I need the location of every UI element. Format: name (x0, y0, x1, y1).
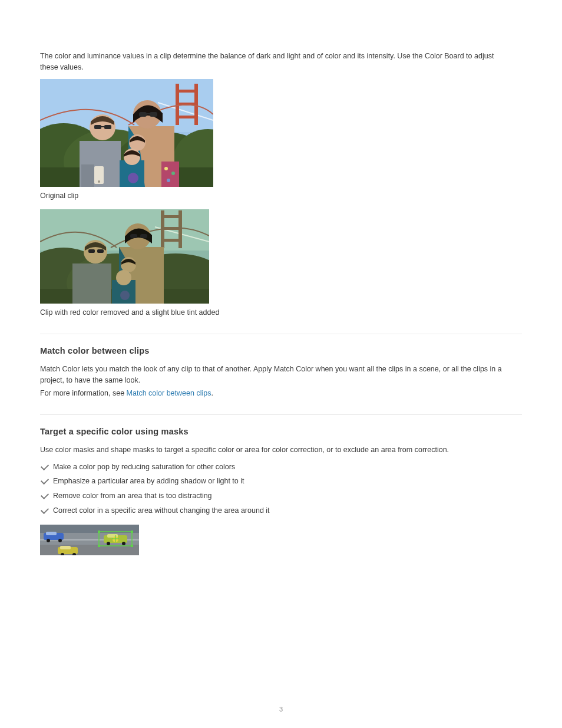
page-number: 3 (0, 704, 562, 714)
svg-point-31 (164, 167, 168, 170)
target-intro: Use color masks and shape masks to targe… (40, 444, 517, 456)
svg-rect-63 (46, 532, 57, 535)
intro-paragraph: The color and luminance values in a clip… (40, 51, 500, 73)
svg-rect-79 (131, 545, 133, 547)
svg-rect-30 (161, 162, 179, 187)
svg-rect-7 (176, 116, 198, 118)
photo-tinted: Same photo with reds removed and a blue-… (40, 209, 209, 304)
svg-rect-35 (40, 209, 209, 251)
svg-point-28 (98, 180, 100, 183)
svg-point-56 (116, 270, 131, 285)
svg-rect-48 (88, 249, 95, 253)
svg-rect-39 (161, 215, 182, 218)
list-item: Make a color pop by reducing saturation … (40, 462, 522, 473)
list-item: Remove color from an area that is too di… (40, 490, 522, 502)
caption-tinted: Clip with red color removed and a slight… (40, 307, 522, 318)
divider (40, 414, 522, 415)
list-item: Correct color in a specific area without… (40, 505, 522, 516)
svg-rect-17 (101, 126, 104, 127)
svg-rect-76 (98, 531, 100, 533)
svg-rect-53 (140, 234, 147, 238)
photo-racecars: Race cars on a track with a green tracki… (40, 525, 139, 555)
svg-rect-15 (94, 125, 101, 129)
svg-point-64 (47, 539, 50, 542)
svg-rect-46 (72, 263, 111, 304)
svg-rect-41 (161, 239, 182, 242)
svg-point-33 (167, 179, 170, 182)
match-note-text: For more information, see (40, 389, 127, 397)
figure-tinted: Same photo with reds removed and a blue-… (40, 209, 522, 304)
match-intro: Match Color lets you match the look of a… (40, 364, 517, 386)
svg-rect-49 (97, 249, 104, 253)
match-note-period: . (211, 389, 213, 397)
svg-point-73 (107, 542, 110, 545)
svg-rect-21 (150, 112, 157, 117)
photo-original: Family selfie in front of the Golden Gat… (40, 79, 213, 187)
match-note: For more information, see Match color be… (40, 388, 517, 399)
svg-point-26 (128, 173, 138, 183)
figure-racecars: Race cars on a track with a green tracki… (40, 525, 522, 555)
svg-rect-77 (131, 531, 133, 533)
svg-rect-22 (147, 113, 150, 114)
svg-rect-78 (98, 545, 100, 547)
divider (40, 334, 522, 334)
svg-rect-16 (104, 125, 111, 129)
svg-point-65 (58, 539, 62, 542)
svg-rect-67 (60, 546, 71, 549)
list-item: Emphasize a particular area by adding sh… (40, 476, 522, 487)
caption-original: Original clip (40, 190, 522, 202)
svg-point-32 (171, 172, 175, 175)
target-list: Make a color pop by reducing saturation … (40, 462, 522, 516)
svg-point-74 (122, 542, 125, 545)
svg-rect-29 (81, 164, 94, 187)
heading-target-color: Target a specific color using masks (40, 426, 522, 439)
svg-rect-20 (139, 112, 147, 117)
svg-rect-5 (176, 90, 198, 93)
figure-original: Family selfie in front of the Golden Gat… (40, 79, 522, 187)
page: The color and luminance values in a clip… (0, 0, 562, 728)
match-color-link[interactable]: Match color between clips (127, 389, 211, 397)
svg-point-57 (120, 291, 130, 300)
svg-rect-52 (130, 234, 137, 238)
heading-match-color: Match color between clips (40, 345, 522, 358)
